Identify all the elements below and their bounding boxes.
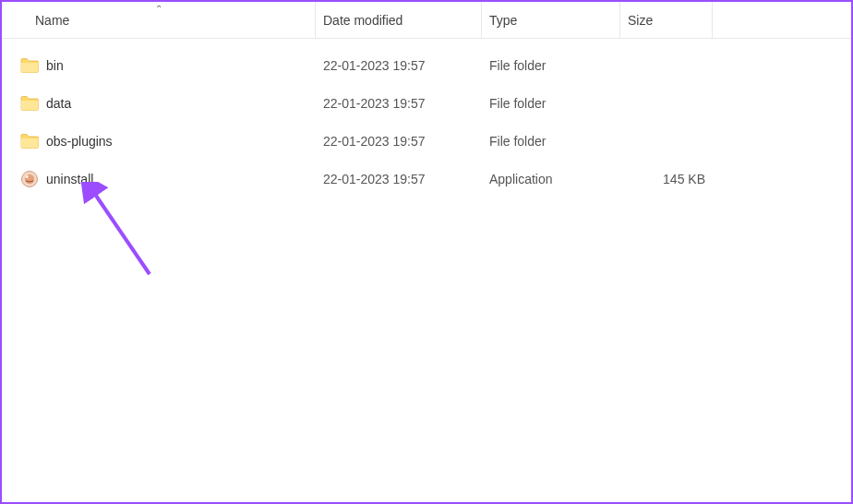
svg-point-2 bbox=[26, 174, 29, 177]
file-name-label: uninstall bbox=[46, 172, 93, 186]
file-row[interactable]: obs-plugins22-01-2023 19:57File folder bbox=[2, 122, 851, 160]
cell-name: uninstall bbox=[2, 160, 316, 198]
application-icon bbox=[20, 170, 39, 188]
cell-date: 22-01-2023 19:57 bbox=[316, 84, 482, 122]
file-row[interactable]: uninstall22-01-2023 19:57Application145 … bbox=[2, 160, 851, 198]
column-header-name-label: Name bbox=[35, 13, 69, 28]
cell-name: data bbox=[2, 84, 316, 122]
cell-size bbox=[620, 84, 713, 122]
cell-size bbox=[620, 46, 713, 84]
file-row[interactable]: data22-01-2023 19:57File folder bbox=[2, 84, 851, 122]
cell-date: 22-01-2023 19:57 bbox=[316, 46, 482, 84]
file-name-label: data bbox=[46, 96, 71, 111]
file-name-label: obs-plugins bbox=[46, 134, 113, 149]
column-header-name[interactable]: ⌃ Name bbox=[2, 2, 316, 38]
sort-ascending-icon: ⌃ bbox=[155, 4, 162, 14]
cell-size: 145 KB bbox=[620, 160, 713, 198]
file-list: bin22-01-2023 19:57File folder data22-01… bbox=[2, 39, 851, 198]
column-header-date-label: Date modified bbox=[323, 13, 402, 28]
column-header-type[interactable]: Type bbox=[482, 2, 620, 38]
cell-type: Application bbox=[482, 160, 620, 198]
folder-icon bbox=[20, 94, 39, 113]
cell-type: File folder bbox=[482, 122, 620, 160]
cell-size bbox=[620, 122, 713, 160]
column-header-date[interactable]: Date modified bbox=[316, 2, 482, 38]
column-header-size[interactable]: Size bbox=[620, 2, 713, 38]
cell-date: 22-01-2023 19:57 bbox=[316, 122, 482, 160]
column-header-type-label: Type bbox=[489, 13, 517, 28]
svg-line-4 bbox=[94, 193, 150, 274]
column-header-row: ⌃ Name Date modified Type Size bbox=[2, 2, 851, 39]
folder-icon bbox=[20, 56, 39, 75]
cell-name: obs-plugins bbox=[2, 122, 316, 160]
cell-date: 22-01-2023 19:57 bbox=[316, 160, 482, 198]
folder-icon bbox=[20, 132, 39, 150]
cell-name: bin bbox=[2, 46, 316, 84]
cell-type: File folder bbox=[482, 84, 620, 122]
file-row[interactable]: bin22-01-2023 19:57File folder bbox=[2, 46, 851, 84]
cell-type: File folder bbox=[482, 46, 620, 84]
file-name-label: bin bbox=[46, 58, 64, 73]
column-header-size-label: Size bbox=[628, 13, 653, 28]
